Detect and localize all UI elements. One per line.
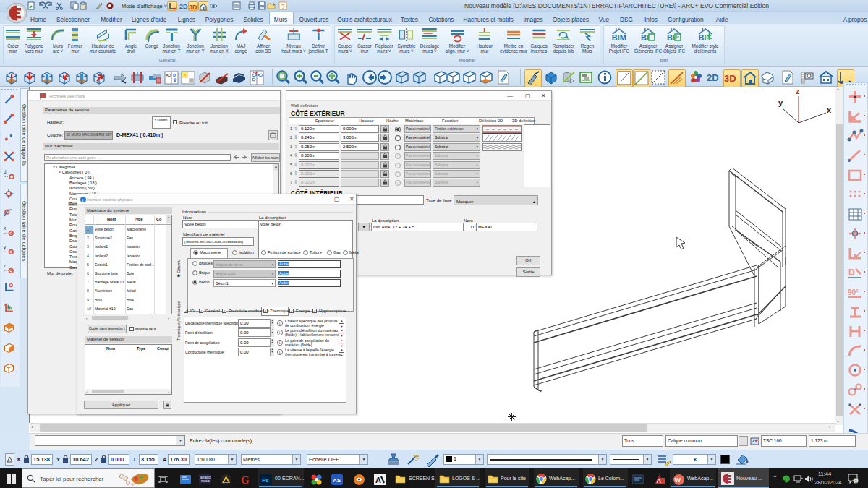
- svg-text:90°: 90°: [848, 288, 859, 296]
- svg-text:z: z: [796, 87, 799, 95]
- svg-text:D: D: [848, 267, 855, 278]
- svg-text:y: y: [778, 98, 783, 107]
- svg-text:x: x: [827, 106, 832, 114]
